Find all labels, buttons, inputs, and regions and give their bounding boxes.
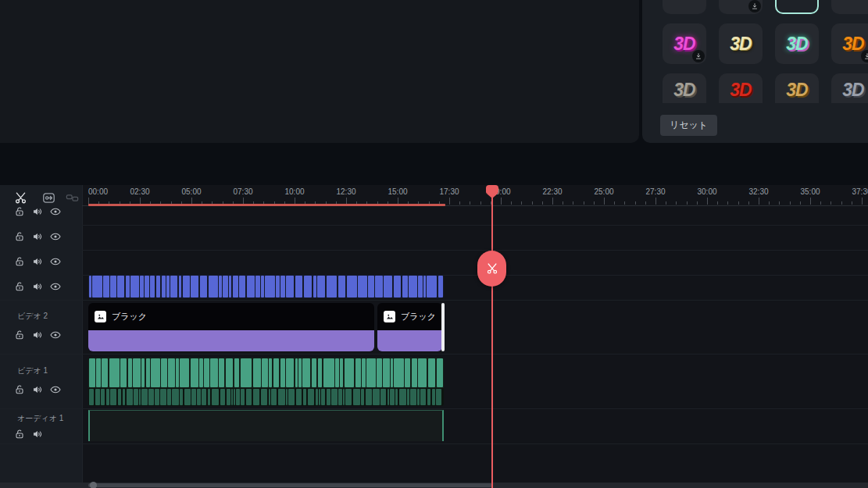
waveform-bar [168,358,175,387]
track-lock-toggle[interactable] [12,279,27,294]
ruler-tick [459,201,460,205]
track-lock-toggle[interactable] [12,229,27,244]
style-tile-3d[interactable]: 3D [663,23,706,64]
waveform-bar [219,358,224,387]
track-separator [82,225,868,226]
track-eye-toggle[interactable] [48,279,63,294]
ruler-label: 12:30 [336,187,355,196]
track-separator [0,354,868,354]
track-lock-toggle[interactable] [12,426,27,442]
ruler-tick [717,201,718,205]
track-eye-toggle[interactable] [48,254,63,269]
style-tile-3d[interactable]: 3D [831,73,868,103]
track-eye-toggle[interactable] [48,382,63,397]
style-tile-text: 3D [842,0,863,5]
playhead-marker[interactable] [486,185,498,194]
waveform-bar [176,358,179,387]
track-speaker-toggle[interactable] [30,254,45,269]
waveform-bar [347,276,357,297]
music-waveform-clip[interactable] [88,275,444,298]
style-tile-3d[interactable]: 3D [775,23,819,64]
style-tile-3d[interactable]: 3D [719,73,763,103]
style-tile-3d[interactable]: 3D [719,0,763,14]
track-separator [0,443,868,444]
style-tile-3d[interactable]: 3D [663,0,706,14]
waveform-bar [373,389,380,405]
waveform-bar [353,389,360,405]
waveform-bar [180,358,189,387]
waveform-bar [141,358,145,387]
track-lock-toggle[interactable] [12,204,27,219]
waveform-bar [427,276,437,297]
track-eye-toggle[interactable] [48,327,63,343]
split-scissors-button[interactable] [477,251,506,287]
track-speaker-toggle[interactable] [30,279,45,294]
waveform-bar [139,389,141,405]
track-speaker-toggle[interactable] [30,204,45,219]
waveform-bar [335,358,339,387]
style-tile-3d[interactable]: 3D [831,0,868,14]
style-tile-3d[interactable] [775,0,819,14]
waveform-bar [241,389,245,405]
track-speaker-toggle[interactable] [30,382,45,397]
black-title-clip-2[interactable]: ブラック [377,303,442,351]
reset-button[interactable]: リセット [660,115,717,136]
horizontal-scrollbar-cap[interactable] [90,482,97,488]
ruler-tick [841,201,842,205]
waveform-bar [89,389,94,405]
ruler-tick [666,201,666,205]
ruler-tick [470,201,470,205]
ruler-tick [584,201,584,205]
ruler-tick [779,201,780,205]
waveform-bar [313,276,316,297]
track-lock-toggle[interactable] [12,382,27,397]
style-tile-3d[interactable]: 3D [719,23,763,64]
waveform-bar [295,276,302,297]
video-audio-band [88,388,444,406]
track-speaker-toggle[interactable] [30,426,45,442]
waveform-bar [319,389,320,405]
style-tile-3d[interactable]: 3D [831,23,868,64]
ruler-tick [830,201,831,205]
waveform-bar [183,276,190,297]
waveform-bar [375,276,383,297]
waveform-bar [358,276,367,297]
clip-trim-handle[interactable] [441,303,445,351]
text-style-panel: 3D3D3D3D3D3D3D3D3D3D3D リセット [642,0,868,143]
waveform-bar [128,358,132,387]
waveform-bar [210,358,218,387]
waveform-bar [120,358,127,387]
waveform-bar [191,389,196,405]
ruler-tick [532,201,533,205]
track-eye-toggle[interactable] [48,204,63,219]
ruler-label: 27:30 [645,187,665,196]
waveform-bar [106,389,109,405]
track-speaker-toggle[interactable] [30,327,45,343]
video-waveform-clip[interactable] [88,358,444,406]
track-speaker-toggle[interactable] [30,229,45,244]
horizontal-scrollbar-handle[interactable] [88,483,492,487]
waveform-bar [246,389,252,405]
ruler-tick [800,201,801,205]
ruler-label: 22:30 [542,187,562,196]
image-thumb-icon [384,311,395,322]
audio-clip[interactable] [88,410,444,441]
ruler-tick [521,201,522,205]
group-clip-button[interactable] [63,188,81,207]
waveform-bar [208,389,210,405]
track-eye-toggle[interactable] [48,229,63,244]
ruler-label: 17:30 [439,187,459,196]
waveform-bar [102,358,108,387]
waveform-bar [160,389,166,405]
style-tile-text: 3D [842,80,863,101]
style-tile-3d[interactable]: 3D [663,73,706,103]
track-lock-toggle[interactable] [12,254,27,269]
black-title-clip-1[interactable]: ブラック [88,303,374,351]
style-tile-3d[interactable]: 3D [775,73,819,103]
download-icon [748,0,761,12]
track-lock-toggle[interactable] [12,327,27,343]
waveform-bar [233,276,238,297]
editor-toolbar [0,143,868,185]
waveform-bar [327,389,330,405]
ruler-tick [624,201,625,205]
